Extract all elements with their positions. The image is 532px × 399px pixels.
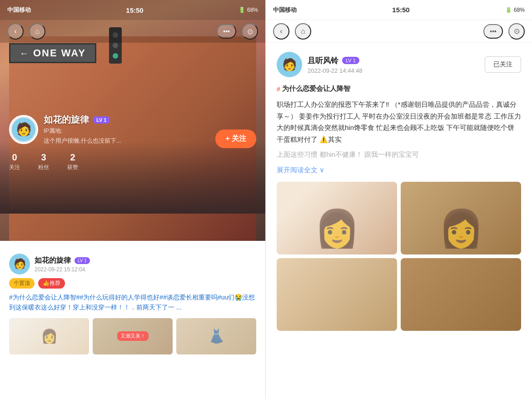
post-content: #为什么恋爱会让人降智##为什么玩得好的人学得也好##谈恋爱长相重要吗#uu们😭… [9, 292, 256, 313]
left-back-button[interactable]: ‹ [7, 23, 24, 40]
left-time: 15:50 [126, 6, 143, 14]
post-header: 🧑 如花的旋律 LV 1 2022-09-22 15:12:04 [9, 254, 256, 274]
lv-badge: LV 1 [93, 116, 110, 124]
username: 如花的旋律 [44, 114, 89, 126]
post-author-info: 如花的旋律 LV 1 2022-09-22 15:12:04 [35, 256, 90, 273]
author-name-row: 且听风铃 LV 1 [308, 55, 363, 66]
right-battery-icon: 🔋 [505, 7, 512, 13]
badges-row: 个置顶 👍推荐 [9, 278, 256, 289]
article-image-3[interactable] [277, 258, 397, 331]
post-image-1[interactable]: 👩 [9, 318, 89, 354]
rec-badge: 👍推荐 [38, 278, 65, 289]
followers-count: 3 [38, 152, 49, 163]
profile-name-row: 如花的旋律 LV 1 [44, 114, 121, 126]
post-username: 如花的旋律 [35, 256, 71, 265]
content-card: 🧑 如花的旋律 LV 1 2022-09-22 15:12:04 个置顶 👍推荐… [0, 244, 265, 399]
right-follow-button[interactable]: 已关注 [485, 56, 521, 73]
right-target-button[interactable]: ⊙ [508, 23, 525, 40]
likes-count: 2 [67, 152, 78, 163]
person-figure-1: 👩 [314, 207, 360, 250]
battery-percent: 68% [247, 7, 258, 13]
article-images: 👩 👩 [277, 182, 521, 331]
tag-title: 为什么恋爱会让人降智 [282, 85, 350, 93]
post-avatar: 🧑 [9, 254, 30, 274]
article-text: 职场打工人办公室的报恩下午茶来了‼️ （*感谢朝日唯品提供的产品品尝，真诚分享～… [277, 99, 521, 145]
author-info: 且听风铃 LV 1 2022-09-22 14:44:48 [308, 55, 363, 74]
post-lv-badge: LV 1 [75, 257, 90, 264]
left-status-bar: 中国移动 15:50 🔋 68% [0, 0, 265, 20]
likes-stat: 2 获赞 [67, 152, 78, 171]
street-sign: ← ONE WAY [9, 43, 96, 63]
right-more-button[interactable]: ••• [483, 24, 503, 39]
followers-label: 粉丝 [38, 164, 49, 171]
followers-stat: 3 粉丝 [38, 152, 49, 171]
article-fade-text: 上面这些习惯 都hin不健康！ 跟我一样的宝宝可 [277, 149, 521, 160]
author-time: 2022-09-22 14:44:48 [308, 67, 363, 74]
author-left: 🧑 且听风铃 LV 1 2022-09-22 14:44:48 [277, 52, 363, 77]
post-tag: # 为什么恋爱会让人降智 [277, 85, 521, 93]
left-home-button[interactable]: ⌂ [29, 23, 45, 40]
left-target-button[interactable]: ⊙ [242, 23, 258, 40]
left-phone: 中国移动 15:50 🔋 68% ‹ ⌂ ••• ⊙ ← ONE WAY [0, 0, 266, 399]
right-home-button[interactable]: ⌂ [295, 23, 311, 40]
right-status-bar: 中国移动 15:50 🔋 68% [266, 0, 532, 20]
left-nav-left: ‹ ⌂ [7, 23, 45, 40]
following-stat: 0 关注 [9, 152, 20, 171]
left-carrier: 中国移动 [7, 6, 31, 14]
right-nav-bar: ‹ ⌂ ••• ⊙ [266, 20, 532, 43]
stats-row: 0 关注 3 粉丝 2 获赞 [9, 152, 256, 171]
tl-dot-yellow [113, 43, 118, 48]
expand-label: 展开阅读全文 [277, 166, 318, 175]
post-image-3[interactable]: 👗 [176, 318, 256, 354]
hash-icon: # [277, 85, 280, 93]
tl-dot-green [113, 53, 118, 59]
likes-label: 获赞 [67, 164, 78, 171]
left-nav-bar: ‹ ⌂ ••• ⊙ [0, 20, 265, 43]
article-image-2[interactable]: 👩 [401, 182, 521, 254]
post-image-2[interactable]: 又潮又美！ [93, 318, 173, 354]
right-phone: 中国移动 15:50 🔋 68% ‹ ⌂ ••• ⊙ 🧑 且听风铃 LV 1 [266, 0, 532, 399]
right-battery-percent: 68% [514, 7, 525, 13]
expand-button[interactable]: 展开阅读全文 ∨ [277, 166, 521, 175]
left-nav-right: ••• ⊙ [217, 23, 258, 40]
author-lv-badge: LV 1 [342, 57, 359, 64]
following-count: 0 [9, 152, 20, 163]
right-carrier: 中国移动 [273, 6, 297, 14]
left-more-button[interactable]: ••• [217, 24, 236, 39]
post-images: 👩 又潮又美！ 👗 [9, 318, 256, 354]
right-status-icons: 🔋 68% [505, 7, 525, 13]
pin-badge: 个置顶 [9, 278, 35, 289]
ip-location: IP属地: [44, 127, 121, 135]
expand-icon: ∨ [319, 166, 324, 174]
right-nav-right: ••• ⊙ [483, 23, 525, 40]
bio: 这个用户很懒,什么也没留下... [44, 137, 121, 145]
battery-icon: 🔋 [239, 7, 245, 13]
article-image-4[interactable] [401, 258, 521, 331]
right-content-area: 🧑 且听风铃 LV 1 2022-09-22 14:44:48 已关注 # 为什… [266, 43, 532, 399]
street-arrow-icon: ← [20, 48, 30, 59]
article-image-1[interactable]: 👩 [277, 182, 397, 254]
profile-info: 如花的旋律 LV 1 IP属地: 这个用户很懒,什么也没留下... [44, 114, 121, 145]
author-section: 🧑 且听风铃 LV 1 2022-09-22 14:44:48 已关注 [277, 52, 521, 77]
street-sign-text: ONE WAY [33, 47, 86, 59]
right-time: 15:50 [392, 6, 409, 14]
left-status-icons: 🔋 68% [239, 7, 258, 13]
right-back-button[interactable]: ‹ [273, 23, 289, 40]
following-label: 关注 [9, 164, 20, 171]
right-nav-left: ‹ ⌂ [273, 23, 311, 40]
person-figure-2: 👩 [438, 207, 484, 250]
follow-button[interactable]: + 关注 [215, 130, 256, 148]
post-name-row: 如花的旋律 LV 1 [35, 256, 90, 265]
author-name: 且听风铃 [308, 55, 338, 66]
author-avatar: 🧑 [277, 52, 302, 77]
post-time: 2022-09-22 15:12:04 [35, 266, 90, 273]
avatar-face: 🧑 [12, 118, 35, 141]
avatar: 🧑 [9, 115, 38, 144]
image-label: 又潮又美！ [117, 331, 149, 341]
